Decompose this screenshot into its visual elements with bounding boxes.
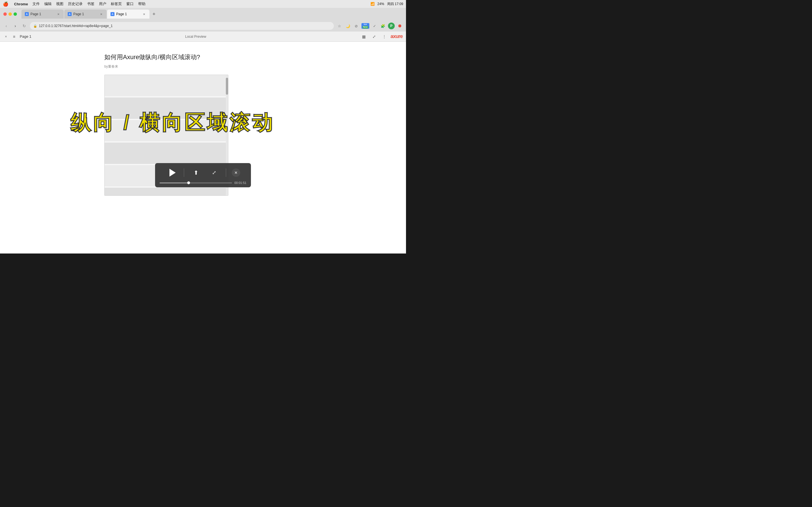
extensions-button[interactable]: 🧩 <box>379 22 386 29</box>
lock-icon: 🔒 <box>33 24 37 28</box>
menu-view[interactable]: 视图 <box>56 1 63 6</box>
progress-track[interactable] <box>160 182 232 183</box>
toolbar-resize-button[interactable]: ⤢ <box>370 33 378 41</box>
checkmark-button[interactable]: ✓ <box>371 22 378 29</box>
progress-thumb[interactable] <box>187 181 190 184</box>
close-video-icon: ✕ <box>234 170 238 175</box>
progress-fill <box>160 182 189 183</box>
scroll-row-1 <box>105 75 228 98</box>
title-bar: A Page 1 ✕ A Page 1 ✕ A Page 1 ✕ + <box>0 8 406 20</box>
tab-close-1[interactable]: ✕ <box>56 12 60 16</box>
browser-tab-3[interactable]: A Page 1 ✕ <box>107 10 149 18</box>
video-progress: 00:01:51 <box>160 181 246 184</box>
play-icon <box>169 169 175 177</box>
browser-tab-1[interactable]: A Page 1 ✕ <box>21 10 64 18</box>
reload-button[interactable]: ↻ <box>21 22 28 29</box>
close-window-button[interactable] <box>3 12 7 16</box>
scroll-row-2 <box>105 98 228 120</box>
video-time: 00:01:51 <box>234 181 246 184</box>
minimize-window-button[interactable] <box>8 12 12 16</box>
maximize-window-button[interactable] <box>13 12 17 16</box>
apple-menu[interactable]: 🍎 <box>3 1 8 7</box>
scroll-row-4 <box>105 143 228 165</box>
browser-menu-button[interactable]: ⏺ <box>396 22 403 29</box>
page-author: by董春来 <box>104 64 302 69</box>
share-icon: ⬆ <box>194 169 199 176</box>
ext-toggle-button[interactable]: ⊘ <box>353 22 360 29</box>
content-area: 如何用Axure做纵向/横向区域滚动? by董春来 纵向 / 横向区域滚动 <box>0 42 406 253</box>
tab-title-3: Page 1 <box>116 12 140 16</box>
scroll-thumb[interactable] <box>226 78 228 95</box>
profile-button[interactable]: P <box>388 22 395 29</box>
control-separator-2 <box>226 168 226 177</box>
control-separator-1 <box>184 168 184 177</box>
battery-icon: 24% <box>377 2 384 6</box>
tab-favicon-3: A <box>110 12 114 16</box>
page-title: 如何用Axure做纵向/横向区域滚动? <box>104 53 302 61</box>
tab-title-2: Page 1 <box>73 12 98 16</box>
url-bar[interactable]: 🔒 127.0.0.1:32767/start.html#id=rap8e4&p… <box>30 22 334 30</box>
bookmark-button[interactable]: ☆ <box>336 22 343 29</box>
tab-favicon-2: A <box>68 12 71 16</box>
menu-file[interactable]: 文件 <box>33 1 40 6</box>
toolbar-right-actions: ▦ ⤢ ⋮ axure <box>360 33 403 41</box>
scroll-row-6 <box>105 187 228 196</box>
page-content: 如何用Axure做纵向/横向区域滚动? by董春来 纵向 / 横向区域滚动 <box>104 53 302 196</box>
menu-history[interactable]: 历史记录 <box>68 1 83 6</box>
menubar: 🍎 Chrome 文件 编辑 视图 历史记录 书签 用户 标签页 窗口 帮助 📶… <box>0 0 406 8</box>
tabs-bar: A Page 1 ✕ A Page 1 ✕ A Page 1 ✕ + <box>21 10 403 18</box>
app-name[interactable]: Chrome <box>14 2 28 6</box>
tab-close-2[interactable]: ✕ <box>99 12 103 16</box>
forward-button[interactable]: › <box>12 22 18 29</box>
video-player: ⬆ ⤢ ✕ 00:01:51 <box>155 163 251 187</box>
na-badge[interactable]: NA New <box>361 23 369 29</box>
toolbar-page-label: Page 1 <box>20 34 31 39</box>
expand-icon: ⤢ <box>212 170 216 176</box>
back-button[interactable]: ‹ <box>3 22 10 29</box>
toolbar-menu-button[interactable]: ≡ <box>11 33 17 40</box>
menu-bookmarks[interactable]: 书签 <box>87 1 94 6</box>
tab-close-3[interactable]: ✕ <box>142 12 146 16</box>
expand-button[interactable]: ⤢ <box>208 166 220 179</box>
address-bar: ‹ › ↻ 🔒 127.0.0.1:32767/start.html#id=ra… <box>0 20 406 32</box>
scroll-row-3 <box>105 120 228 143</box>
toolbar-grid-button[interactable]: ▦ <box>360 33 368 41</box>
tab-title-1: Page 1 <box>31 12 55 16</box>
wifi-icon: 📶 <box>370 2 375 6</box>
address-bar-actions: ☆ 🌙 ⊘ NA New ✓ 🧩 P ⏺ <box>336 22 403 29</box>
menu-help[interactable]: 帮助 <box>138 1 146 6</box>
new-tab-button[interactable]: + <box>150 10 158 18</box>
axure-logo: axure <box>391 34 403 40</box>
toolbar-close-button[interactable]: × <box>3 34 8 39</box>
ext-moon-button[interactable]: 🌙 <box>345 22 351 29</box>
tab-favicon-1: A <box>25 12 29 16</box>
menubar-right: 📶 24% 周四 17:09 <box>370 2 403 6</box>
clock: 周四 17:09 <box>387 2 403 6</box>
url-text: 127.0.0.1:32767/start.html#id=rap8e4&p=p… <box>39 24 113 28</box>
menu-edit[interactable]: 编辑 <box>44 1 52 6</box>
menu-tabs[interactable]: 标签页 <box>111 1 122 6</box>
toolbar-center-label: Local Preview <box>34 35 358 39</box>
menu-window[interactable]: 窗口 <box>126 1 134 6</box>
na-text: NA <box>364 23 367 26</box>
toolbar-more-button[interactable]: ⋮ <box>380 33 388 41</box>
share-button[interactable]: ⬆ <box>190 166 202 179</box>
axure-toolbar: × ≡ Page 1 Local Preview ▦ ⤢ ⋮ axure <box>0 32 406 42</box>
close-video-button[interactable]: ✕ <box>232 168 240 177</box>
play-button[interactable] <box>166 166 178 179</box>
traffic-lights <box>3 12 17 16</box>
browser-tab-2[interactable]: A Page 1 ✕ <box>64 10 107 18</box>
video-controls: ⬆ ⤢ ✕ <box>166 166 240 179</box>
new-badge-text: New <box>363 26 368 29</box>
menu-users[interactable]: 用户 <box>99 1 106 6</box>
browser-window: A Page 1 ✕ A Page 1 ✕ A Page 1 ✕ + ‹ › ↻… <box>0 8 406 253</box>
